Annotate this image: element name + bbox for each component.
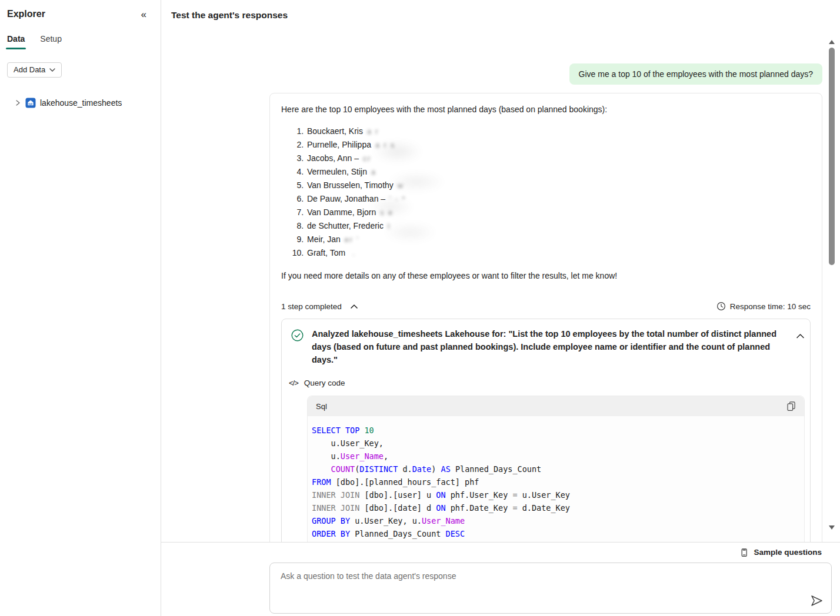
response-intro: Here are the top 10 employees with the m…	[281, 103, 811, 115]
query-code-label: Query code	[304, 379, 345, 387]
chevron-down-icon	[49, 67, 55, 73]
step-header: Analyzed lakehouse_timesheets Lakehouse …	[291, 327, 805, 366]
explorer-header: Explorer «	[0, 0, 161, 19]
code-line: u.User_Key,	[312, 437, 798, 450]
step-title: Analyzed lakehouse_timesheets Lakehouse …	[312, 327, 785, 366]
scroll-down-arrow[interactable]	[829, 525, 835, 530]
steps-toggle[interactable]: 1 step completed	[281, 302, 358, 311]
chevron-up-icon[interactable]	[350, 303, 358, 310]
employee-list-item: De Pauw, Jonathan –' - *	[306, 192, 811, 206]
employee-list-item: Purnelle, Philippaa r s	[306, 138, 811, 152]
code-line: INNER JOIN [dbo].[date] d ON phf.Date_Ke…	[312, 501, 798, 514]
scrollbar-thumb[interactable]	[829, 48, 835, 265]
explorer-tabs: Data Setup	[0, 34, 161, 49]
lakehouse-icon	[25, 98, 36, 108]
send-icon[interactable]	[809, 594, 824, 607]
query-code-row: </> Query code	[289, 379, 805, 387]
explorer-sidebar: Explorer « Data Setup Add Data lakehouse…	[0, 0, 161, 616]
add-data-label: Add Data	[14, 65, 45, 74]
code-line: u.User_Name,	[312, 450, 798, 463]
response-outro: If you need more details on any of these…	[281, 270, 811, 282]
code-header: Sql	[308, 396, 804, 416]
user-message-bubble: Give me a top 10 of the employees with t…	[569, 63, 822, 85]
chat-region: Give me a top 10 of the employees with t…	[161, 35, 840, 542]
employee-list-item: Van Brusselen, Timothyw	[306, 179, 811, 192]
code-line: SELECT TOP 10	[312, 424, 798, 437]
employee-list: Bouckaert, Krisa rPurnelle, Philippaa r …	[281, 125, 811, 260]
page-header: Test the agent's responses	[161, 0, 840, 35]
steps-row: 1 step completed Response time: 10 sec	[281, 302, 811, 311]
sidebar-item-lakehouse-timesheets[interactable]: lakehouse_timesheets	[14, 98, 161, 108]
tree-item-label: lakehouse_timesheets	[40, 98, 122, 108]
chevron-right-icon[interactable]	[14, 99, 21, 106]
employee-list-item: Jacobs, Ann –cr	[306, 152, 811, 165]
steps-summary-label: 1 step completed	[281, 302, 342, 311]
page-title: Test the agent's responses	[171, 10, 288, 20]
sample-questions-button[interactable]: Sample questions	[754, 548, 822, 557]
vertical-scrollbar	[827, 35, 836, 542]
code-line: COUNT(DISTINCT d.Date) AS Planned_Days_C…	[312, 463, 798, 476]
response-time: Response time: 10 sec	[716, 302, 811, 311]
employee-list-item: de Schutter, Frederict	[306, 219, 811, 233]
add-data-button[interactable]: Add Data	[7, 62, 62, 78]
agent-response-card: Here are the top 10 employees with the m…	[269, 93, 822, 542]
explorer-title: Explorer	[7, 9, 45, 19]
clock-icon	[716, 302, 726, 311]
check-circle-icon	[291, 329, 304, 342]
employee-list-item: Vermeulen, Stijna	[306, 165, 811, 179]
employee-list-item: Graft, Tom .	[306, 246, 811, 260]
tab-setup[interactable]: Setup	[40, 34, 62, 49]
composer-section: Sample questions	[161, 542, 840, 616]
code-line: ORDER BY Planned_Days_Count DESC	[312, 527, 798, 540]
collapse-sidebar-icon[interactable]: «	[141, 9, 146, 19]
sample-questions-row: Sample questions	[161, 543, 840, 562]
sql-code: SELECT TOP 10 u.User_Key, u.User_Name, C…	[308, 416, 804, 542]
sql-code-block: Sql SELECT TOP 10 u.User_Key, u.User_Nam…	[307, 396, 805, 542]
notepad-icon[interactable]	[739, 548, 749, 557]
code-language-label: Sql	[316, 402, 327, 411]
code-icon: </>	[289, 379, 298, 387]
employee-list-item: Van Damme, Bjorns e	[306, 206, 811, 219]
code-line: INNER JOIN [dbo].[user] u ON phf.User_Ke…	[312, 488, 798, 501]
scroll-up-arrow[interactable]	[829, 40, 835, 44]
question-composer	[269, 563, 832, 614]
chevron-up-icon[interactable]	[796, 332, 805, 340]
code-line: GROUP BY u.User_Key, u.User_Name	[312, 514, 798, 527]
copy-icon[interactable]	[785, 400, 797, 412]
employee-list-item: Bouckaert, Krisa r	[306, 125, 811, 138]
question-input[interactable]	[270, 563, 831, 613]
employee-list-item: Meir, Janer '	[306, 233, 811, 246]
main-panel: Test the agent's responses Give me a top…	[161, 0, 840, 616]
code-line: FROM [dbo].[planned_hours_fact] phf	[312, 476, 798, 488]
tab-data[interactable]: Data	[7, 34, 25, 49]
response-time-label: Response time: 10 sec	[730, 302, 811, 311]
step-card: Analyzed lakehouse_timesheets Lakehouse …	[281, 319, 811, 542]
